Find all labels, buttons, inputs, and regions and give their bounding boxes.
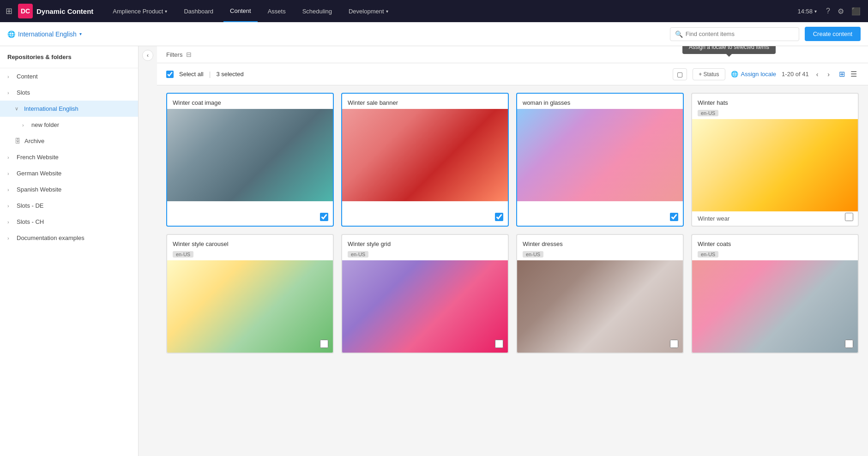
sidebar-item-german-website[interactable]: › German Website	[0, 165, 138, 181]
content-card[interactable]: woman in glasses	[516, 93, 684, 227]
content-card[interactable]: Winter dresses en-US	[516, 234, 684, 354]
card-checkbox[interactable]	[670, 213, 678, 221]
chevron-right-icon: ›	[7, 235, 13, 241]
sidebar-item-documentation[interactable]: › Documentation examples	[0, 230, 138, 246]
sidebar-item-slots[interactable]: › Slots	[0, 84, 138, 101]
previous-page-button[interactable]: ‹	[814, 69, 820, 80]
card-locale: en-US	[698, 251, 718, 258]
content-toolbar: Assign a locale to selected items Select…	[157, 63, 868, 85]
chevron-down-icon: ▾	[386, 9, 388, 14]
card-image	[692, 119, 858, 211]
chevron-right-icon: ›	[7, 171, 13, 176]
globe-icon: 🌐	[7, 30, 15, 38]
sub-navigation: 🌐 International English ▾ 🔍 Create conte…	[0, 22, 868, 46]
clock-display: 14:58 ▾	[798, 8, 817, 15]
sidebar-item-archive[interactable]: 🗄 Archive	[0, 133, 138, 149]
card-checkbox[interactable]	[845, 340, 853, 348]
card-locale: en-US	[348, 251, 368, 258]
list-view-button[interactable]: ☰	[849, 68, 859, 80]
filter-icon[interactable]: ⊟	[186, 51, 192, 58]
card-image	[517, 109, 683, 201]
settings-icon[interactable]: ⚙	[836, 5, 846, 18]
chevron-right-icon: ›	[7, 219, 13, 225]
content-card[interactable]: Winter coat image	[166, 93, 334, 227]
main-layout: Repositories & folders › Content › Slots…	[0, 46, 868, 456]
card-title: Winter coats	[692, 235, 858, 250]
chevron-down-icon: ∨	[15, 106, 20, 112]
search-box[interactable]: 🔍	[670, 27, 799, 41]
card-checkbox[interactable]	[320, 340, 328, 348]
chevron-down-icon: ▾	[165, 9, 167, 14]
create-content-button[interactable]: Create content	[805, 27, 861, 41]
archive-icon: 🗄	[15, 138, 21, 144]
card-image	[517, 260, 683, 353]
card-title: Winter hats	[692, 94, 858, 109]
card-title: woman in glasses	[517, 94, 683, 109]
content-area: Filters ⊟ Assign a locale to selected it…	[157, 46, 868, 456]
content-wrapper: ‹ Filters ⊟ Assign a locale to selected …	[139, 46, 868, 456]
card-locale: en-US	[173, 251, 193, 258]
sidebar-header: Repositories & folders	[0, 46, 138, 68]
chevron-right-icon: ›	[22, 122, 28, 128]
sidebar: Repositories & folders › Content › Slots…	[0, 46, 139, 456]
card-subtitle: Winter wear	[692, 211, 858, 226]
select-all-label[interactable]: Select all	[179, 71, 204, 78]
grid-menu-icon[interactable]: ⊞	[6, 6, 12, 16]
content-card[interactable]: Winter style grid en-US	[341, 234, 509, 354]
card-checkbox[interactable]	[670, 340, 678, 348]
card-title: Winter style grid	[342, 235, 508, 250]
chevron-right-icon: ›	[7, 187, 13, 192]
sidebar-item-spanish-website[interactable]: › Spanish Website	[0, 181, 138, 198]
app-logo: DC Dynamic Content	[18, 4, 93, 18]
chevron-down-icon: ▾	[814, 9, 817, 14]
sidebar-item-slots-ch[interactable]: › Slots - CH	[0, 214, 138, 230]
nav-dashboard[interactable]: Dashboard	[177, 0, 220, 22]
content-card[interactable]: Winter style carousel en-US	[166, 234, 334, 354]
content-card[interactable]: Winter sale banner	[341, 93, 509, 227]
card-locale: en-US	[698, 110, 718, 116]
sidebar-item-slots-de[interactable]: › Slots - DE	[0, 198, 138, 214]
pagination-info: 1-20 of 41	[782, 71, 809, 78]
top-navigation: ⊞ DC Dynamic Content Amplience Product ▾…	[0, 0, 868, 22]
sidebar-item-international-english[interactable]: ∨ International English	[0, 101, 138, 117]
card-title: Winter style carousel	[167, 235, 333, 250]
assign-locale-button[interactable]: 🌐 Assign locale	[731, 71, 777, 78]
grid-view-button[interactable]: ⊞	[837, 68, 847, 80]
selected-count: 3 selected	[216, 71, 243, 78]
card-image	[342, 109, 508, 201]
collapse-view-button[interactable]: ▢	[673, 68, 687, 80]
card-checkbox[interactable]	[845, 213, 853, 221]
logo-icon: DC	[18, 4, 33, 18]
filters-label: Filters	[166, 51, 182, 58]
card-title: Winter sale banner	[342, 94, 508, 109]
user-account-icon[interactable]: ⬛	[850, 5, 862, 18]
sidebar-item-new-folder[interactable]: › new folder	[0, 117, 138, 133]
content-card[interactable]: Winter coats en-US	[691, 234, 859, 354]
sidebar-item-french-website[interactable]: › French Website	[0, 149, 138, 165]
card-checkbox[interactable]	[320, 213, 328, 221]
nav-amplience-product[interactable]: Amplience Product ▾	[106, 0, 174, 22]
select-all-checkbox[interactable]	[166, 71, 174, 78]
help-icon[interactable]: ?	[824, 5, 832, 17]
card-checkbox[interactable]	[495, 340, 503, 348]
nav-assets[interactable]: Assets	[261, 0, 292, 22]
search-input[interactable]	[686, 30, 794, 37]
tooltip-assign-locale: Assign a locale to selected items	[682, 46, 776, 54]
app-title: Dynamic Content	[36, 7, 93, 15]
sidebar-item-content[interactable]: › Content	[0, 68, 138, 84]
chevron-right-icon: ›	[7, 90, 13, 96]
next-page-button[interactable]: ›	[826, 69, 832, 80]
divider: |	[209, 71, 211, 78]
nav-scheduling[interactable]: Scheduling	[296, 0, 338, 22]
status-filter-button[interactable]: + Status	[693, 68, 725, 80]
chevron-down-icon: ▾	[79, 31, 82, 36]
sidebar-collapse-button[interactable]: ‹	[142, 50, 153, 61]
content-card[interactable]: Winter hats en-US Winter wear	[691, 93, 859, 227]
chevron-right-icon: ›	[7, 203, 13, 209]
card-title: Winter dresses	[517, 235, 683, 250]
nav-development[interactable]: Development ▾	[342, 0, 395, 22]
locale-selector[interactable]: 🌐 International English ▾	[7, 30, 82, 38]
card-locale: en-US	[523, 251, 543, 258]
nav-content[interactable]: Content	[223, 0, 258, 22]
card-checkbox[interactable]	[495, 213, 503, 221]
